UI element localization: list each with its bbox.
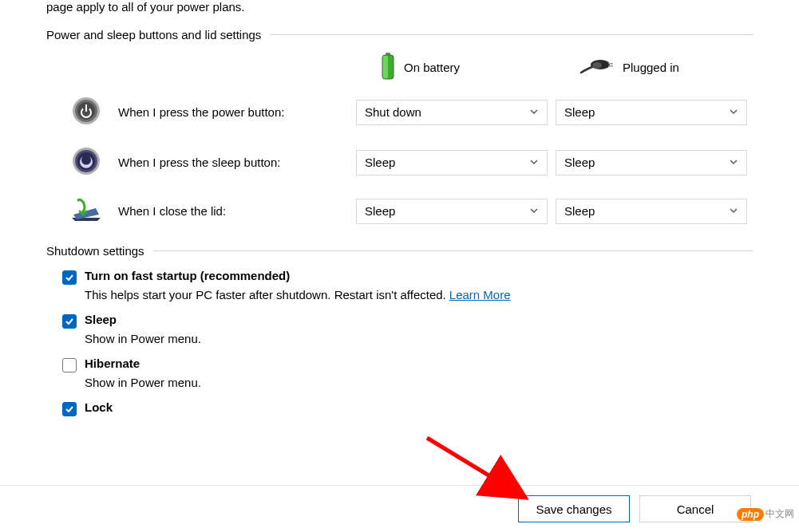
chevron-down-icon	[529, 156, 539, 169]
fast-startup-desc: This helps start your PC faster after sh…	[46, 288, 753, 301]
power-button-battery-select[interactable]: Shut down	[356, 100, 548, 125]
intro-text: page apply to all of your power plans.	[0, 0, 799, 28]
section-title: Power and sleep buttons and lid settings	[46, 28, 261, 41]
shutdown-settings-section: Shutdown settings Turn on fast startup (…	[0, 244, 799, 416]
watermark-badge: php	[737, 508, 764, 521]
cancel-button[interactable]: Cancel	[639, 495, 751, 522]
hibernate-checkbox[interactable]	[62, 358, 77, 372]
power-button-row: When I press the power button: Shut down…	[46, 97, 753, 128]
select-value: Sleep	[564, 156, 595, 169]
sleep-item: Sleep	[46, 313, 753, 329]
watermark-text: 中文网	[765, 507, 794, 521]
lid-close-label: When I close the lid:	[118, 204, 348, 218]
section-header-buttons-lid: Power and sleep buttons and lid settings	[46, 28, 753, 41]
svg-rect-6	[608, 63, 613, 65]
select-value: Sleep	[365, 156, 395, 169]
sleep-button-icon	[72, 147, 101, 178]
learn-more-link[interactable]: Learn More	[449, 288, 511, 301]
divider	[154, 250, 753, 251]
power-button-plugged-select[interactable]: Sleep	[556, 100, 747, 125]
lid-close-row: When I close the lid: Sleep Sleep	[46, 197, 753, 225]
power-button-icon	[72, 97, 101, 128]
fast-startup-desc-text: This helps start your PC faster after sh…	[85, 288, 446, 301]
fast-startup-item: Turn on fast startup (recommended)	[46, 269, 753, 285]
plugged-in-header: Plugged in	[579, 57, 771, 78]
divider	[271, 34, 753, 35]
column-headers-row: On battery Plugged in	[46, 53, 753, 82]
fast-startup-label: Turn on fast startup (recommended)	[85, 269, 290, 282]
plugged-in-label: Plugged in	[623, 61, 679, 74]
hibernate-desc-text: Show in Power menu.	[85, 376, 201, 389]
on-battery-header: On battery	[380, 53, 572, 82]
section-title: Shutdown settings	[46, 244, 144, 258]
fast-startup-checkbox[interactable]	[62, 270, 77, 285]
select-value: Sleep	[564, 105, 595, 119]
plug-icon	[579, 57, 615, 78]
watermark: php 中文网	[737, 507, 794, 521]
sleep-button-label: When I press the sleep button:	[118, 156, 348, 169]
svg-rect-14	[85, 104, 87, 112]
sleep-button-row: When I press the sleep button: Sleep Sle…	[46, 147, 753, 178]
save-changes-button[interactable]: Save changes	[518, 495, 630, 522]
svg-rect-2	[382, 55, 388, 79]
save-button-label: Save changes	[536, 502, 611, 516]
lid-plugged-select[interactable]: Sleep	[556, 199, 747, 224]
chevron-down-icon	[729, 156, 738, 169]
lid-battery-select[interactable]: Sleep	[356, 199, 548, 224]
svg-rect-7	[608, 65, 613, 67]
select-value: Sleep	[564, 204, 595, 218]
laptop-lid-icon	[69, 197, 104, 225]
chevron-down-icon	[729, 204, 738, 218]
footer-bar: Save changes Cancel	[0, 485, 799, 532]
on-battery-label: On battery	[404, 61, 460, 74]
select-value: Sleep	[365, 204, 395, 218]
power-buttons-lid-section: Power and sleep buttons and lid settings…	[0, 28, 799, 225]
sleep-button-battery-select[interactable]: Sleep	[356, 150, 548, 175]
hibernate-desc: Show in Power menu.	[46, 376, 753, 389]
sleep-checkbox[interactable]	[62, 314, 77, 329]
lock-checkbox[interactable]	[62, 402, 77, 416]
power-button-label: When I press the power button:	[118, 105, 348, 119]
chevron-down-icon	[529, 105, 539, 119]
sleep-desc-text: Show in Power menu.	[85, 332, 201, 345]
sleep-desc: Show in Power menu.	[46, 332, 753, 345]
chevron-down-icon	[529, 204, 539, 218]
chevron-down-icon	[729, 105, 738, 119]
sleep-label: Sleep	[85, 313, 117, 326]
lock-item: Lock	[46, 400, 753, 416]
lock-label: Lock	[85, 400, 113, 414]
select-value: Shut down	[365, 105, 421, 119]
hibernate-item: Hibernate	[46, 357, 753, 372]
sleep-button-plugged-select[interactable]: Sleep	[556, 150, 747, 175]
cancel-button-label: Cancel	[677, 502, 714, 516]
hibernate-label: Hibernate	[85, 357, 140, 370]
section-header-shutdown: Shutdown settings	[46, 244, 753, 258]
svg-point-5	[592, 62, 602, 69]
battery-icon	[380, 53, 396, 82]
